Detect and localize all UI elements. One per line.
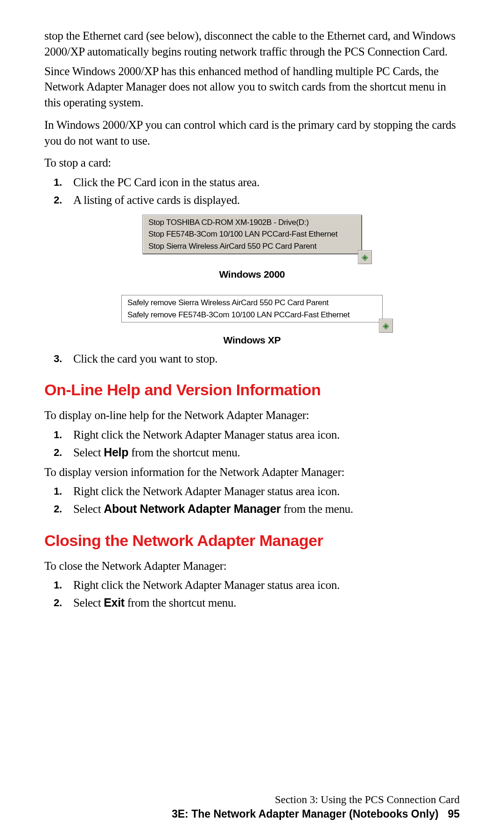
section-heading: Closing the Network Adapter Manager: [44, 530, 460, 552]
body-paragraph: To display version information for the N…: [44, 464, 460, 480]
text: from the shortcut menu.: [128, 446, 240, 459]
menu-screenshot-2000: Stop TOSHIBA CD-ROM XM-1902B - Drive(D:)…: [142, 215, 362, 254]
bold-text: Exit: [104, 596, 125, 609]
text: Select: [73, 446, 104, 459]
text: from the menu.: [281, 503, 353, 515]
section-heading: On-Line Help and Version Information: [44, 379, 460, 401]
body-paragraph: stop the Ethernet card (see below), disc…: [44, 28, 460, 60]
menu-item: Safely remove FE574B-3Com 10/100 LAN PCC…: [127, 309, 377, 321]
list-item: Select Exit from the shortcut menu.: [69, 595, 460, 611]
list-item: Right click the Network Adapter Manager …: [69, 577, 460, 593]
menu-screenshot-xp: Safely remove Sierra Wireless AirCard 55…: [121, 295, 383, 322]
numbered-list: Click the card you want to stop.: [44, 351, 460, 367]
numbered-list: Right click the Network Adapter Manager …: [44, 577, 460, 611]
list-item: Select About Network Adapter Manager fro…: [69, 501, 460, 517]
pc-card-tray-icon: ◈: [358, 250, 372, 264]
body-paragraph: Since Windows 2000/XP has this enhanced …: [44, 63, 460, 111]
footer-chapter-line: 3E: The Network Adapter Manager (Noteboo…: [172, 808, 439, 820]
text: Select: [73, 596, 104, 609]
body-paragraph: In Windows 2000/XP you can control which…: [44, 117, 460, 149]
numbered-list: Click the PC Card icon in the status are…: [44, 175, 460, 208]
bold-text: About Network Adapter Manager: [104, 502, 280, 515]
menu-item: Stop Sierra Wireless AirCard 550 PC Card…: [148, 240, 356, 252]
list-item: Right click the Network Adapter Manager …: [69, 427, 460, 443]
bold-text: Help: [104, 446, 128, 459]
menu-box: Safely remove Sierra Wireless AirCard 55…: [121, 295, 383, 322]
text: Select: [73, 503, 104, 515]
body-paragraph: To stop a card:: [44, 155, 460, 171]
body-paragraph: To display on-line help for the Network …: [44, 407, 460, 423]
footer-section-line: Section 3: Using the PCS Connection Card: [44, 792, 460, 807]
menu-item: Safely remove Sierra Wireless AirCard 55…: [127, 297, 377, 309]
menu-item: Stop TOSHIBA CD-ROM XM-1902B - Drive(D:): [148, 217, 356, 229]
page-footer: Section 3: Using the PCS Connection Card…: [44, 792, 460, 821]
numbered-list: Right click the Network Adapter Manager …: [44, 483, 460, 517]
menu-item: Stop FE574B-3Com 10/100 LAN PCCard-Fast …: [148, 228, 356, 240]
text: from the shortcut menu.: [125, 596, 236, 609]
figure-caption: Windows XP: [44, 334, 460, 347]
figure-caption: Windows 2000: [44, 268, 460, 281]
list-item: Right click the Network Adapter Manager …: [69, 483, 460, 499]
pc-card-tray-icon: ◈: [379, 319, 393, 333]
list-item: A listing of active cards is displayed.: [69, 192, 460, 208]
list-item: Click the PC Card icon in the status are…: [69, 175, 460, 190]
body-paragraph: To close the Network Adapter Manager:: [44, 558, 460, 574]
list-item: Click the card you want to stop.: [69, 351, 460, 367]
menu-box: Stop TOSHIBA CD-ROM XM-1902B - Drive(D:)…: [142, 215, 362, 254]
numbered-list: Right click the Network Adapter Manager …: [44, 427, 460, 461]
page-number: 95: [448, 808, 460, 820]
list-item: Select Help from the shortcut menu.: [69, 445, 460, 461]
